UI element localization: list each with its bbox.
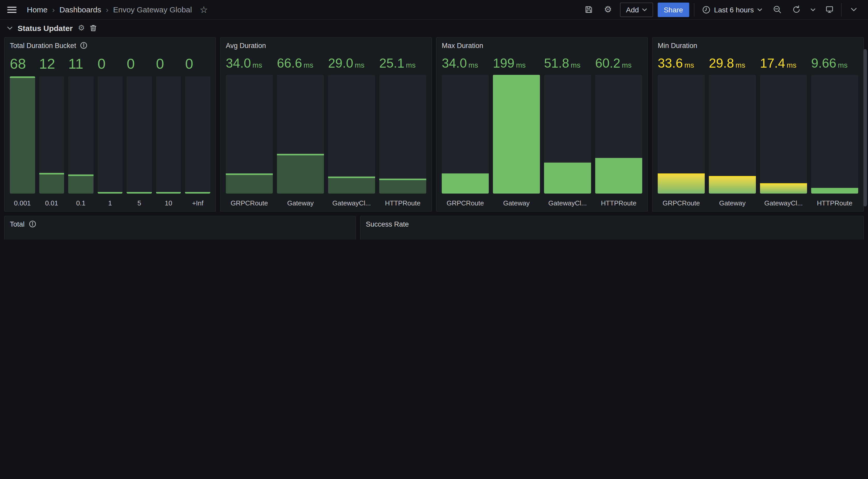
- bar-track: [277, 75, 324, 194]
- bar-column: 17.4ms GatewayCl...: [760, 54, 807, 207]
- bar-track: [544, 75, 591, 194]
- row-delete-icon[interactable]: [90, 24, 97, 32]
- bar-track: [68, 77, 93, 194]
- bar-fill: [595, 158, 642, 194]
- bar-value: 0: [97, 56, 122, 71]
- bar-value: 34.0ms: [442, 56, 489, 70]
- bar-column: 199ms Gateway: [493, 54, 540, 207]
- bar-label: 5: [127, 194, 152, 207]
- bar-label: GRPCRoute: [442, 194, 489, 207]
- panel-total: Total 0102030405012:0012:3013:0013:3014:…: [4, 216, 356, 240]
- collapse-toolbar-icon[interactable]: [846, 2, 861, 17]
- breadcrumb-home[interactable]: Home: [27, 5, 48, 14]
- bar-value: 68: [10, 56, 35, 71]
- share-button[interactable]: Share: [657, 2, 689, 17]
- bar-track: [39, 77, 64, 194]
- navbar-actions: ⚙ Add Share Last 6 hours: [582, 2, 861, 17]
- bar-track: [185, 77, 210, 194]
- gauge: 100% Rate: GRPCRoute: [364, 231, 488, 240]
- bar-column: 51.8ms GatewayCl...: [544, 54, 591, 207]
- bar-label: 0.001: [10, 194, 35, 207]
- add-button[interactable]: Add: [620, 2, 653, 17]
- star-icon[interactable]: ☆: [196, 2, 211, 17]
- bar-fill: [658, 173, 705, 194]
- bar-label: +Inf: [185, 194, 210, 207]
- row-header: Status Updater ⚙: [0, 20, 868, 35]
- panel-title[interactable]: Max Duration: [442, 41, 483, 49]
- gauge-arc: 100%: [488, 239, 612, 240]
- info-icon[interactable]: [29, 220, 36, 228]
- bar-label: 0.01: [39, 194, 64, 207]
- menu-icon[interactable]: [7, 6, 17, 13]
- panel-min-duration: Min Duration 33.6ms GRPCRoute 29.8ms Gat…: [652, 37, 864, 212]
- bar-track: [595, 75, 642, 194]
- breadcrumb-dashboards[interactable]: Dashboards: [59, 5, 101, 14]
- row-settings-icon[interactable]: ⚙: [78, 23, 85, 33]
- bar-value: 0: [185, 56, 210, 71]
- bar-column: 0 10: [156, 54, 181, 207]
- bar-fill: [442, 173, 489, 194]
- row-title[interactable]: Status Updater: [18, 24, 72, 32]
- bar-column: 12 0.01: [39, 54, 64, 207]
- vertical-scrollbar-thumb[interactable]: [863, 49, 867, 206]
- bar-label: GRPCRoute: [226, 194, 273, 207]
- bar-value: 29.0ms: [328, 56, 375, 70]
- row-collapse-icon[interactable]: [7, 26, 12, 30]
- bar-track: [127, 77, 152, 194]
- bar-fill: [277, 154, 324, 194]
- bar-column: 34.0ms GRPCRoute: [226, 54, 273, 207]
- bar-label: 10: [156, 194, 181, 207]
- bar-value: 17.4ms: [760, 56, 807, 70]
- bar-gauge: 34.0ms GRPCRoute 199ms Gateway 51.8ms Ga…: [437, 52, 647, 211]
- panel-total-duration-bucket: Total Duration Bucket 68 0.001 12 0.01 1…: [4, 37, 216, 212]
- bar-track: [709, 75, 756, 194]
- panel-title[interactable]: Total Duration Bucket: [10, 41, 76, 49]
- bar-track: [811, 75, 858, 194]
- bar-column: 33.6ms GRPCRoute: [658, 54, 705, 207]
- timeseries-chart: 0102030405012:0012:3013:0013:3014:0014:3…: [5, 231, 355, 240]
- refresh-icon[interactable]: [789, 2, 803, 17]
- time-range-picker[interactable]: Last 6 hours: [699, 2, 765, 17]
- refresh-interval-caret-icon[interactable]: [808, 2, 817, 17]
- bar-value: 9.66ms: [811, 56, 858, 70]
- bar-value: 0: [127, 56, 152, 71]
- kiosk-mode-icon[interactable]: [822, 2, 836, 17]
- gauge: 100% Rate: HTTPRoute: [736, 231, 861, 240]
- breadcrumb: Home › Dashboards › Envoy Gateway Global…: [27, 2, 211, 17]
- bar-value: 12: [39, 56, 64, 71]
- dashboard-grid: Total Duration Bucket 68 0.001 12 0.01 1…: [0, 35, 868, 240]
- bar-column: 29.0ms GatewayCl...: [328, 54, 375, 207]
- bar-fill: [39, 173, 64, 194]
- bar-value: 199ms: [493, 56, 540, 70]
- gauge-arc: 100%: [736, 239, 860, 240]
- gauge-arc: 100%: [364, 239, 488, 240]
- panel-title[interactable]: Total: [10, 220, 25, 228]
- bar-value: 66.6ms: [277, 56, 324, 70]
- bar-track: [328, 75, 375, 194]
- panel-title[interactable]: Min Duration: [658, 41, 697, 49]
- bar-column: 25.1ms HTTPRoute: [379, 54, 426, 207]
- bar-gauge: 34.0ms GRPCRoute 66.6ms Gateway 29.0ms G…: [221, 52, 431, 211]
- bar-column: 0 +Inf: [185, 54, 210, 207]
- bar-column: 60.2ms HTTPRoute: [595, 54, 642, 207]
- bar-column: 11 0.1: [68, 54, 93, 207]
- bar-track: [379, 75, 426, 194]
- bar-label: HTTPRoute: [595, 194, 642, 207]
- breadcrumb-separator: ›: [106, 5, 108, 14]
- info-icon[interactable]: [80, 42, 88, 49]
- bar-gauge: 68 0.001 12 0.01 11 0.1 0 1 0: [5, 52, 215, 211]
- panel-title[interactable]: Avg Duration: [226, 41, 266, 49]
- bar-label: Gateway: [493, 194, 540, 207]
- bar-fill: [68, 175, 93, 194]
- bar-column: 34.0ms GRPCRoute: [442, 54, 489, 207]
- bar-fill: [328, 176, 375, 194]
- bar-column: 9.66ms HTTPRoute: [811, 54, 858, 207]
- panel-title[interactable]: Success Rate: [366, 220, 409, 228]
- save-icon[interactable]: [582, 2, 596, 17]
- divider: [694, 3, 694, 16]
- dashboard-settings-icon[interactable]: ⚙: [601, 2, 615, 17]
- bar-fill: [544, 163, 591, 194]
- bar-label: 1: [97, 194, 122, 207]
- bar-column: 0 5: [127, 54, 152, 207]
- zoom-out-icon[interactable]: [770, 2, 784, 17]
